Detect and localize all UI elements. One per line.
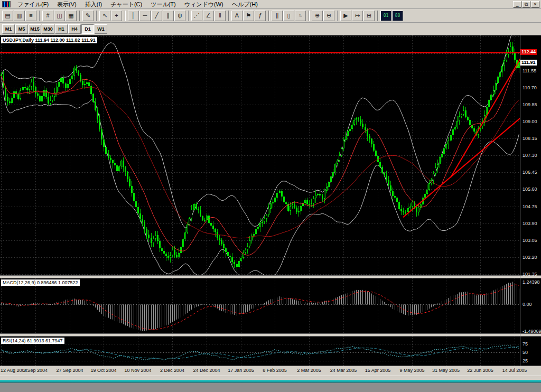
period-display-icon: 88 <box>395 14 400 18</box>
timeframe-h4-button[interactable]: H4 <box>68 24 81 34</box>
vertical-line-icon: │ <box>132 13 135 18</box>
price-axis-label: 106.45 <box>523 170 537 175</box>
time-axis: 12 Aug 20043 Sep 200427 Sep 200419 Oct 2… <box>0 366 541 376</box>
candlestick-mode-icon: ▯ <box>287 13 290 18</box>
tile-windows-button[interactable]: ⊞ <box>363 11 375 21</box>
andrews-pitchfork-icon: ψ <box>178 13 182 18</box>
auto-scroll-button[interactable]: ▶ <box>340 11 351 21</box>
zoom-in-button[interactable]: ⊕ <box>312 11 323 21</box>
time-axis-label: 15 Apr 2005 <box>365 368 391 373</box>
menu-tools[interactable]: ツール(T) <box>146 0 180 9</box>
toolbar-separator <box>79 11 80 21</box>
application-window: ファイル(F)表示(V)挿入(I)チャート(C)ツール(T)ウィンドウ(W)ヘル… <box>0 0 541 392</box>
menu-bar: ファイル(F)表示(V)挿入(I)チャート(C)ツール(T)ウィンドウ(W)ヘル… <box>0 0 541 9</box>
toolbar-separator <box>377 11 378 21</box>
toolbar-separator <box>96 11 97 21</box>
andrews-pitchfork-button[interactable]: ψ <box>174 11 185 21</box>
red-line-price-tag: 112.44 <box>520 49 537 55</box>
vertical-line-button[interactable]: │ <box>128 11 139 21</box>
toolbar-separator <box>268 11 269 21</box>
price-axis: 111.55110.70109.85109.00108.15107.30106.… <box>520 35 541 366</box>
price-chart-canvas[interactable] <box>0 35 520 275</box>
toolbar-separator <box>309 11 310 21</box>
text-label-button[interactable]: A <box>231 11 242 21</box>
horizontal-line-icon: ─ <box>143 13 147 18</box>
grid-toggle-button[interactable]: # <box>42 11 53 21</box>
menu-view[interactable]: 表示(V) <box>53 0 81 9</box>
rsi-panel-canvas[interactable] <box>0 337 520 366</box>
ohlc-display-button[interactable]: 01 <box>380 11 391 21</box>
menu-help[interactable]: ヘルプ(H) <box>228 0 262 9</box>
toolbar-separator <box>188 11 189 21</box>
time-axis-label: 3 Sep 2004 <box>23 368 48 373</box>
trend-line-icon: ╱ <box>155 13 158 18</box>
timeframe-w1-button[interactable]: W1 <box>95 24 107 34</box>
menu-window[interactable]: ウィンドウ(W) <box>180 0 228 9</box>
time-axis-label: 8 Feb 2005 <box>263 368 287 373</box>
cursor-button[interactable]: ↖ <box>99 11 110 21</box>
timeframe-bar: M1M5M15M30H1H4D1W1 <box>0 23 541 35</box>
trend-line-button[interactable]: ╱ <box>151 11 162 21</box>
open-chart-button[interactable]: ▥ <box>14 11 25 21</box>
market-watch-button[interactable]: ◫ <box>54 11 65 21</box>
menu-items: ファイル(F)表示(V)挿入(I)チャート(C)ツール(T)ウィンドウ(W)ヘル… <box>13 0 262 9</box>
panel-resize-handle[interactable] <box>0 333 541 337</box>
horizontal-line-button[interactable]: ─ <box>139 11 151 21</box>
menu-chart[interactable]: チャート(C) <box>106 0 146 9</box>
timeframe-m30-button[interactable]: M30 <box>42 24 54 34</box>
bar-chart-mode-button[interactable]: || <box>272 11 283 21</box>
timeframe-d1-button[interactable]: D1 <box>81 24 94 34</box>
menu-file[interactable]: ファイル(F) <box>13 0 53 9</box>
cycle-lines-button[interactable]: ‖ <box>214 11 226 21</box>
line-chart-mode-button[interactable]: ≈ <box>295 11 306 21</box>
menu-insert[interactable]: 挿入(I) <box>81 0 106 9</box>
indicators-icon: ƒ <box>258 13 262 18</box>
cycle-lines-icon: ‖ <box>219 13 221 18</box>
indicators-button[interactable]: ƒ <box>255 11 266 21</box>
time-axis-label: 22 Jun 2005 <box>467 368 493 373</box>
auto-scroll-icon: ▶ <box>343 13 348 18</box>
status-bar <box>0 376 541 392</box>
toolbar-separator <box>337 11 338 21</box>
price-axis-label: 109.00 <box>523 119 537 124</box>
new-chart-button[interactable]: ▤ <box>2 11 13 21</box>
fibonacci-fan-icon: ∠ <box>206 13 211 18</box>
price-axis-label: 107.30 <box>523 153 537 158</box>
candlestick-mode-button[interactable]: ▯ <box>283 11 294 21</box>
chart-shift-button[interactable]: ↦ <box>352 11 363 21</box>
toolbar-separator <box>125 11 126 21</box>
toolbar-separator <box>39 11 40 21</box>
print-button[interactable]: ≡ <box>25 11 36 21</box>
timeframe-m1-button[interactable]: M1 <box>2 24 15 34</box>
equidistant-channel-button[interactable]: ∥ <box>163 11 174 21</box>
restore-button[interactable]: ⧉ <box>522 1 530 8</box>
data-window-button[interactable]: ▦ <box>66 11 77 21</box>
timeframe-m5-button[interactable]: M5 <box>15 24 28 34</box>
timeframe-m15-button[interactable]: M15 <box>29 24 41 34</box>
arrow-marks-button[interactable]: ⚑ <box>243 11 254 21</box>
zoom-in-icon: ⊕ <box>315 13 320 18</box>
minimize-button[interactable]: _ <box>513 1 521 8</box>
arrow-marks-icon: ⚑ <box>246 13 251 18</box>
new-chart-icon: ▤ <box>5 13 10 18</box>
macd-panel-canvas[interactable] <box>0 278 520 333</box>
current-price-tag: 111.91 <box>520 60 537 66</box>
crosshair-button[interactable]: + <box>111 11 122 21</box>
panel-resize-handle[interactable] <box>0 275 541 278</box>
zoom-out-icon: ⊖ <box>327 13 331 18</box>
fibonacci-retracement-button[interactable]: ⋰ <box>191 11 202 21</box>
zoom-out-button[interactable]: ⊖ <box>323 11 334 21</box>
price-axis-label: 103.05 <box>523 238 537 243</box>
close-button[interactable]: × <box>531 1 539 8</box>
chart-shift-icon: ↦ <box>355 13 360 18</box>
app-icon[interactable] <box>2 1 11 7</box>
price-axis-label: 109.85 <box>523 102 537 107</box>
line-chart-mode-icon: ≈ <box>299 13 302 18</box>
timeframe-h1-button[interactable]: H1 <box>55 24 68 34</box>
macd-axis-label: 0.00 <box>523 302 532 307</box>
insert-object-button[interactable]: ✎ <box>82 11 94 21</box>
time-axis-label: 10 Nov 2004 <box>124 368 151 373</box>
period-display-button[interactable]: 88 <box>392 11 403 21</box>
market-watch-icon: ◫ <box>57 13 62 18</box>
fibonacci-fan-button[interactable]: ∠ <box>203 11 214 21</box>
